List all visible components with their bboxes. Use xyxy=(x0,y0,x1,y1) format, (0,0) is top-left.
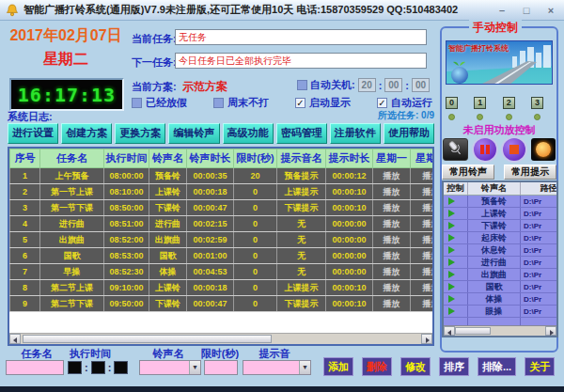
column-header[interactable]: 提示音名 xyxy=(277,149,326,168)
column-header[interactable]: 铃声名 xyxy=(149,149,187,168)
chevron-down-icon[interactable]: ▼ xyxy=(299,361,310,374)
column-header[interactable]: 铃声时长 xyxy=(187,149,234,168)
play-icon[interactable] xyxy=(448,246,455,254)
table-row[interactable]: 5出旗曲08:52:00出旗曲00:02:590无00:00:00播放播放 xyxy=(10,232,435,248)
column-header[interactable]: 星期一 xyxy=(373,149,411,168)
scrollbar-thumb[interactable] xyxy=(455,327,491,335)
scroll-right-icon[interactable] xyxy=(545,326,556,336)
second-input[interactable] xyxy=(114,361,128,374)
play-icon[interactable] xyxy=(448,283,455,290)
column-header[interactable]: 提示时长 xyxy=(326,149,373,168)
ring-row[interactable]: 预备铃D:\Pr xyxy=(444,196,556,208)
hour-input[interactable] xyxy=(68,361,82,374)
checkbox[interactable] xyxy=(213,98,224,108)
action-button[interactable]: 修改 xyxy=(400,357,431,376)
scrollbar-thumb[interactable] xyxy=(23,335,272,343)
stop-button[interactable] xyxy=(503,138,525,161)
channel-button[interactable]: 3 xyxy=(531,97,543,109)
column-header[interactable]: 执行时间 xyxy=(104,149,149,168)
channel-button[interactable]: 0 xyxy=(446,97,458,109)
ring-list-header-cell[interactable]: 控制 xyxy=(444,182,468,195)
ring-control-cell[interactable] xyxy=(444,208,468,219)
checkbox[interactable]: ✓ xyxy=(377,98,387,108)
ring-control-cell[interactable] xyxy=(444,293,468,305)
pause-button[interactable] xyxy=(474,138,496,161)
ring-row[interactable]: 眼操D:\Pr xyxy=(444,306,556,318)
next-task-field[interactable]: 今日任务日已全部执行完毕 xyxy=(175,53,427,69)
channel-button[interactable]: 2 xyxy=(503,97,515,109)
shutdown-second-field[interactable]: 00 xyxy=(412,78,430,92)
action-button[interactable]: 删除 xyxy=(362,357,392,376)
maximize-button[interactable]: □ xyxy=(519,5,534,16)
play-icon[interactable] xyxy=(448,259,455,266)
toolbar-button[interactable]: 创建方案 xyxy=(61,123,112,144)
play-icon[interactable] xyxy=(448,222,455,229)
table-row[interactable]: 4进行曲08:51:00进行曲00:02:150无00:00:00播放播放 xyxy=(10,216,435,232)
ring-row[interactable]: 上课铃D:\Pr xyxy=(444,208,556,220)
column-header[interactable]: 限时(秒) xyxy=(234,149,277,168)
scroll-right-icon[interactable] xyxy=(421,334,432,344)
ring-row[interactable]: 起床铃D:\Pr xyxy=(444,232,556,244)
ring-list-hscrollbar[interactable] xyxy=(444,325,556,336)
minimize-button[interactable]: – xyxy=(494,5,509,16)
shutdown-minute-field[interactable]: 00 xyxy=(384,78,402,92)
toolbar-button[interactable]: 使用帮助 xyxy=(384,123,434,144)
table-row[interactable]: 3第一节下课08:50:00下课铃00:00:470下课提示00:00:10播放… xyxy=(10,200,435,216)
toolbar-button[interactable]: 进行设置 xyxy=(8,123,58,144)
close-button[interactable]: × xyxy=(543,5,558,16)
column-header[interactable]: 任务名 xyxy=(40,149,104,168)
table-row[interactable]: 7早操08:52:30体操00:04:530无00:00:00播放播放 xyxy=(10,264,435,280)
ring-control-cell[interactable] xyxy=(444,306,468,317)
ring-control-cell[interactable] xyxy=(444,269,468,280)
ring-control-cell[interactable] xyxy=(444,281,468,292)
action-button[interactable]: 添加 xyxy=(323,357,353,376)
tab-common-ringtones[interactable]: 常用铃声 xyxy=(442,165,494,180)
ring-name-select[interactable]: ▼ xyxy=(139,360,201,375)
ring-control-cell[interactable] xyxy=(444,220,468,231)
ring-row[interactable]: 休息铃D:\Pr xyxy=(444,244,556,257)
ring-row[interactable]: 体操D:\Pr xyxy=(444,293,556,306)
microphone-button[interactable] xyxy=(443,138,468,161)
prompt-select[interactable]: ▼ xyxy=(243,360,311,375)
table-row[interactable]: 6国歌08:53:00国歌00:01:000无00:00:00播放播放 xyxy=(10,248,435,264)
toolbar-button[interactable]: 编辑铃声 xyxy=(168,123,219,144)
table-row[interactable]: 9第二节下课09:50:00下课铃00:00:470下课提示00:00:10播放… xyxy=(10,296,435,312)
ring-row[interactable]: 出旗曲D:\Pr xyxy=(444,269,556,281)
column-header[interactable]: 序号 xyxy=(10,149,40,168)
tab-common-prompts[interactable]: 常用提示 xyxy=(504,165,556,180)
schedule-hscrollbar[interactable] xyxy=(9,333,432,344)
play-icon[interactable] xyxy=(448,271,455,278)
column-header[interactable]: 星期二 xyxy=(411,149,435,168)
action-button[interactable]: 关于 xyxy=(525,357,555,376)
checkbox[interactable] xyxy=(132,98,142,108)
chevron-down-icon[interactable]: ▼ xyxy=(189,361,200,374)
ring-row[interactable]: 进行曲D:\Pr xyxy=(444,257,556,269)
channel-button[interactable]: 1 xyxy=(474,97,486,109)
ring-list-header-cell[interactable]: 路径 xyxy=(521,182,558,195)
action-button[interactable]: 排序 xyxy=(439,357,469,376)
auto-shutdown-checkbox[interactable] xyxy=(297,80,307,90)
task-name-input[interactable] xyxy=(6,360,64,375)
play-icon[interactable] xyxy=(448,307,455,315)
ring-control-cell[interactable] xyxy=(444,196,468,207)
toolbar-button[interactable]: 密码管理 xyxy=(276,123,327,144)
checkbox[interactable]: ✓ xyxy=(295,98,306,108)
play-icon[interactable] xyxy=(448,295,455,303)
limit-input[interactable] xyxy=(204,360,238,375)
scroll-left-icon[interactable] xyxy=(444,326,455,336)
scroll-left-icon[interactable] xyxy=(9,334,21,344)
current-task-field[interactable]: 无任务 xyxy=(175,29,427,45)
toolbar-button[interactable]: 注册软件 xyxy=(330,123,381,144)
table-row[interactable]: 8第二节上课09:10:00上课铃00:00:180上课提示00:00:10播放… xyxy=(10,280,435,296)
table-row[interactable]: 2第一节上课08:10:00上课铃00:00:180上课提示00:00:10播放… xyxy=(10,184,435,200)
ring-row[interactable]: 下课铃D:\Pr xyxy=(444,220,556,232)
play-icon[interactable] xyxy=(448,210,455,217)
toolbar-button[interactable]: 更换方案 xyxy=(115,123,165,144)
ring-control-cell[interactable] xyxy=(444,232,468,243)
ring-row[interactable]: 国歌D:\Pr xyxy=(444,281,556,293)
shutdown-hour-field[interactable]: 20 xyxy=(358,78,376,92)
toolbar-button[interactable]: 高级功能 xyxy=(223,123,274,144)
minute-input[interactable] xyxy=(91,361,105,374)
ring-list-header-cell[interactable]: 铃声名 xyxy=(468,182,521,195)
ring-control-cell[interactable] xyxy=(444,244,468,256)
